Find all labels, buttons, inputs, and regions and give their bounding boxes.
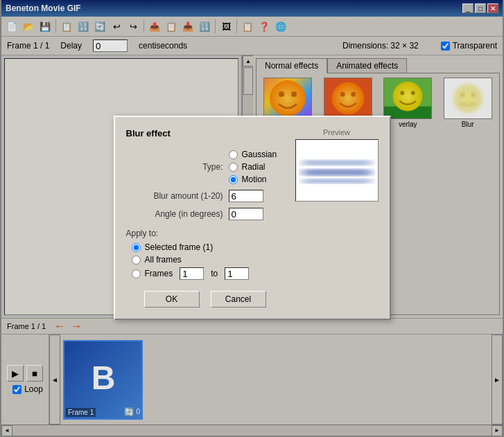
dialog-overlay: Blur effect Type: Gaussian Radial xyxy=(1,0,503,436)
preview-svg xyxy=(299,143,375,198)
motion-radio[interactable] xyxy=(229,175,238,184)
selected-frame-radio[interactable] xyxy=(132,243,141,252)
dialog-inner: Blur effect Type: Gaussian Radial xyxy=(126,128,379,307)
type-radio-group: Gaussian Radial Motion xyxy=(229,150,277,184)
blur-amount-label: Blur amount (1-20) xyxy=(126,191,223,201)
svg-rect-22 xyxy=(302,160,372,166)
dialog-buttons: OK Cancel xyxy=(126,291,284,307)
apply-group: Apply to: Selected frame (1) All frames xyxy=(126,229,284,280)
frames-label: Frames xyxy=(145,269,173,278)
radial-radio[interactable] xyxy=(229,163,238,172)
angle-input[interactable] xyxy=(229,208,263,220)
frames-range-option[interactable]: Frames to xyxy=(132,267,284,280)
svg-rect-23 xyxy=(302,169,372,176)
motion-option[interactable]: Motion xyxy=(229,175,277,184)
angle-row: Angle (in degrees) xyxy=(126,208,284,220)
ok-button[interactable]: OK xyxy=(144,291,200,307)
frames-from-input[interactable] xyxy=(180,267,204,280)
main-window: Beneton Movie GIF _ □ ✕ 📄 📂 💾 📋 🔢 🔄 ↩ ↪ … xyxy=(0,0,504,437)
selected-frame-option[interactable]: Selected frame (1) xyxy=(132,242,284,252)
selected-frame-label: Selected frame (1) xyxy=(145,242,214,252)
dialog-title: Blur effect xyxy=(126,128,284,139)
gaussian-label: Gaussian xyxy=(242,150,277,159)
preview-panel: Preview xyxy=(295,128,379,307)
gaussian-option[interactable]: Gaussian xyxy=(229,150,277,159)
angle-label: Angle (in degrees) xyxy=(126,209,223,219)
apply-radio-group: Selected frame (1) All frames Frames to xyxy=(132,242,284,280)
svg-rect-24 xyxy=(302,179,372,184)
motion-label: Motion xyxy=(242,175,267,184)
blur-amount-input[interactable] xyxy=(229,190,263,202)
all-frames-option[interactable]: All frames xyxy=(132,255,284,265)
blur-dialog: Blur effect Type: Gaussian Radial xyxy=(114,116,391,320)
radial-option[interactable]: Radial xyxy=(229,162,277,172)
type-row: Type: Gaussian Radial xyxy=(126,150,284,184)
frames-to-input[interactable] xyxy=(225,267,249,280)
type-label: Type: xyxy=(126,162,223,172)
preview-label: Preview xyxy=(323,128,350,136)
radial-label: Radial xyxy=(242,162,266,172)
all-frames-label: All frames xyxy=(145,255,182,265)
preview-area xyxy=(295,139,379,202)
apply-title: Apply to: xyxy=(126,229,284,238)
blur-amount-row: Blur amount (1-20) xyxy=(126,190,284,202)
dialog-controls: Blur effect Type: Gaussian Radial xyxy=(126,128,284,307)
gaussian-radio[interactable] xyxy=(229,150,238,159)
frames-to-label: to xyxy=(211,269,218,278)
frames-range-radio[interactable] xyxy=(132,269,141,278)
cancel-button[interactable]: Cancel xyxy=(211,291,266,307)
all-frames-radio[interactable] xyxy=(132,256,141,265)
